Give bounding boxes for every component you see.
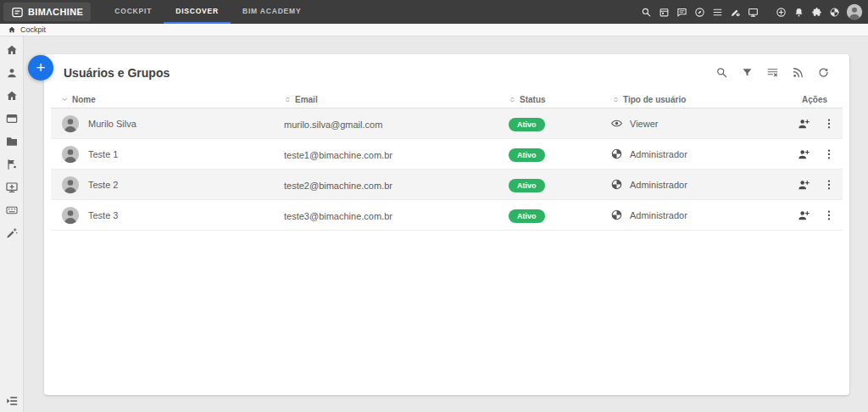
left-sidebar	[0, 36, 24, 412]
user-email-cell: teste1@bimachine.com.br	[274, 147, 498, 162]
row-actions	[788, 148, 843, 161]
top-tab-cockpit[interactable]: COCKPIT	[103, 0, 164, 24]
calendar-icon[interactable]	[658, 6, 670, 18]
user-type: Administrador	[630, 180, 687, 190]
explore-icon[interactable]	[693, 6, 705, 18]
user-name-cell: Murilo Silva	[51, 114, 274, 133]
row-actions	[788, 117, 843, 131]
person-add-icon[interactable]	[797, 117, 810, 131]
table-row[interactable]: Teste 1 teste1@bimachine.com.br Ativo Ad…	[51, 139, 843, 170]
users-groups-panel: + Usuários e Grupos NomeEmailStatusTipo …	[44, 54, 849, 395]
user-email: teste1@bimachine.com.br	[284, 150, 392, 160]
row-actions	[788, 178, 843, 192]
table-row[interactable]: Murilo Silva murilo.silva@gmail.com Ativ…	[51, 109, 843, 139]
puzzle-icon[interactable]	[810, 6, 822, 18]
add-user-button[interactable]: +	[28, 55, 53, 81]
sidebar-item-wand-icon[interactable]	[5, 226, 19, 240]
user-status-cell: Ativo	[498, 207, 602, 223]
sidebar-item-card-row-icon[interactable]	[5, 112, 19, 125]
table-row[interactable]: Teste 3 teste3@bimachine.com.br Ativo Ad…	[51, 200, 843, 231]
avatar-icon[interactable]	[846, 3, 863, 20]
status-badge: Ativo	[509, 179, 545, 192]
monitor-icon[interactable]	[747, 6, 759, 18]
user-type: Viewer	[630, 119, 658, 129]
history-edit-icon[interactable]	[729, 6, 741, 18]
panel-header: Usuários e Grupos	[44, 54, 849, 91]
toolbar-search-icon[interactable]	[715, 66, 728, 79]
topbar-icon-strip	[640, 0, 868, 24]
top-navigation-bar: BIMΛCHINE COCKPITDISCOVERBIM ACADEMY	[0, 0, 868, 24]
menu-icon[interactable]	[711, 6, 723, 18]
sidebar-item-home-icon[interactable]	[5, 43, 19, 57]
toolbar-filter-icon[interactable]	[741, 66, 754, 79]
row-actions	[788, 209, 843, 222]
shield-globe-icon[interactable]	[828, 6, 840, 18]
table-header-row: NomeEmailStatusTipo de usuárioAções	[51, 91, 843, 109]
user-type: Administrador	[630, 149, 687, 159]
status-badge: Ativo	[509, 118, 545, 131]
sort-icon[interactable]	[284, 96, 292, 103]
user-name: Teste 1	[88, 149, 118, 159]
user-status-cell: Ativo	[498, 176, 602, 192]
user-name-cell: Teste 3	[51, 206, 274, 225]
user-type: Administrador	[630, 210, 687, 220]
column-header-status[interactable]: Status	[498, 95, 602, 104]
sidebar-item-flag-chart-icon[interactable]	[5, 158, 19, 171]
kebab-icon[interactable]	[822, 178, 836, 192]
user-type-cell: Administrador	[602, 178, 788, 191]
avatar	[61, 175, 80, 194]
user-name-cell: Teste 2	[51, 175, 274, 194]
main-content: + Usuários e Grupos NomeEmailStatusTipo …	[24, 36, 868, 412]
sidebar-item-monitor-plus-icon[interactable]	[5, 181, 19, 194]
person-add-icon[interactable]	[797, 209, 810, 222]
sidebar-item-user-icon[interactable]	[5, 66, 19, 80]
sort-icon[interactable]	[61, 96, 69, 103]
page-title: Usuários e Grupos	[64, 66, 170, 80]
kebab-icon[interactable]	[822, 209, 836, 222]
avatar	[61, 206, 80, 225]
user-email-cell: teste2@bimachine.com.br	[274, 177, 498, 192]
plus-circle-icon[interactable]	[775, 6, 787, 18]
column-header-ações[interactable]: Ações	[788, 95, 843, 104]
bimachine-logo-icon	[11, 6, 24, 19]
sidebar-item-folder-icon[interactable]	[5, 135, 19, 148]
user-email: teste2@bimachine.com.br	[284, 181, 392, 191]
users-table: NomeEmailStatusTipo de usuárioAções Muri…	[51, 91, 843, 231]
person-add-icon[interactable]	[797, 178, 810, 192]
toolbar-refresh-icon[interactable]	[817, 66, 830, 79]
top-tab-discover[interactable]: DISCOVER	[164, 0, 231, 24]
chat-icon[interactable]	[676, 6, 687, 18]
top-tabs: COCKPITDISCOVERBIM ACADEMY	[103, 0, 313, 24]
top-tab-bim-academy[interactable]: BIM ACADEMY	[231, 0, 313, 24]
column-header-tipo-de-usuário[interactable]: Tipo de usuário	[602, 95, 788, 104]
column-header-nome[interactable]: Nome	[51, 95, 274, 104]
column-header-email[interactable]: Email	[274, 95, 498, 104]
breadcrumb-label[interactable]: Cockpit	[20, 25, 46, 34]
kebab-icon[interactable]	[822, 117, 836, 131]
person-add-icon[interactable]	[797, 148, 810, 161]
user-type-cell: Administrador	[602, 148, 788, 160]
toolbar-playlist-remove-icon[interactable]	[766, 66, 779, 79]
bimachine-logo[interactable]: BIMΛCHINE	[3, 3, 91, 21]
shield-globe-icon	[610, 209, 623, 221]
user-name-cell: Teste 1	[51, 145, 274, 164]
user-name: Teste 3	[88, 210, 118, 220]
sort-icon[interactable]	[509, 96, 516, 103]
search-icon[interactable]	[640, 6, 652, 18]
sidebar-item-home-icon[interactable]	[5, 89, 19, 103]
home-icon[interactable]	[8, 25, 16, 34]
sort-icon[interactable]	[612, 96, 620, 103]
toolbar-rss-icon[interactable]	[792, 66, 804, 79]
user-type-cell: Administrador	[602, 209, 788, 221]
sidebar-expand-toggle-icon[interactable]	[5, 394, 19, 408]
user-email-cell: murilo.silva@gmail.com	[274, 116, 498, 131]
status-badge: Ativo	[509, 209, 545, 223]
status-badge: Ativo	[509, 148, 545, 162]
kebab-icon[interactable]	[822, 148, 836, 161]
user-status-cell: Ativo	[498, 115, 602, 131]
table-row[interactable]: Teste 2 teste2@bimachine.com.br Ativo Ad…	[51, 170, 843, 200]
user-email-cell: teste3@bimachine.com.br	[274, 208, 498, 223]
sidebar-item-keyboard-icon[interactable]	[5, 203, 19, 217]
avatar	[61, 114, 80, 133]
bell-icon[interactable]	[793, 6, 804, 18]
